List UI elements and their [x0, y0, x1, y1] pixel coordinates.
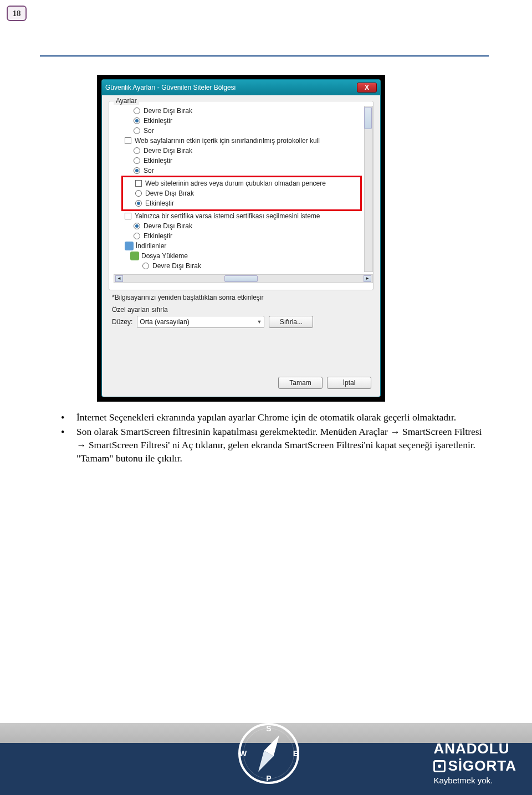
close-icon: X	[365, 84, 369, 91]
reset-label: Özel ayarları sıfırla	[112, 306, 374, 314]
radio-disable-5[interactable]: Devre Dışı Bırak	[114, 261, 363, 271]
brand-line-1: ANADOLU	[433, 740, 516, 757]
radio-disable-1[interactable]: Devre Dışı Bırak	[114, 106, 363, 116]
compass-logo: S P E W	[238, 723, 299, 784]
group-label: Ayarlar	[114, 97, 139, 105]
highlighted-setting: Web sitelerinin adres veya durum çubukla…	[121, 176, 362, 211]
bullet-icon: •	[61, 425, 76, 465]
scroll-thumb[interactable]	[364, 107, 372, 129]
security-settings-dialog: Güvenlik Ayarları - Güvenilen Siteler Bö…	[101, 79, 381, 397]
checkbox-client-cert[interactable]: Yalnızca bir sertifika varsa istemci ser…	[114, 211, 363, 221]
radio-enable-1[interactable]: Etkinleştir	[114, 116, 363, 126]
downloads-node[interactable]: İndirilenler	[114, 241, 363, 251]
downloads-icon	[125, 242, 134, 250]
hscroll-thumb[interactable]	[224, 275, 258, 282]
radio-enable-4[interactable]: Etkinleştir	[114, 231, 363, 241]
bullet-icon: •	[61, 411, 76, 424]
bullet-1: • İnternet Seçenekleri ekranında yapılan…	[61, 411, 493, 424]
compass-w: W	[239, 749, 247, 758]
radio-enable-2[interactable]: Etkinleştir	[114, 156, 363, 166]
level-row: Düzey: Orta (varsayılan) ▼ Sıfırla...	[112, 316, 374, 328]
radio-disable-3[interactable]: Devre Dışı Bırak	[123, 188, 360, 198]
paragraph-1: İnternet Seçenekleri ekranında yapılan a…	[76, 411, 456, 424]
brand-logo-icon	[433, 760, 446, 772]
dialog-title: Güvenlik Ayarları - Güvenilen Siteler Bö…	[105, 84, 236, 91]
file-upload-node[interactable]: Dosya Yükleme	[114, 251, 363, 261]
paragraph-2: Son olarak SmartScreen filtresinin kapat…	[76, 425, 493, 465]
body-text: • İnternet Seçenekleri ekranında yapılan…	[61, 411, 493, 466]
reset-button[interactable]: Sıfırla...	[269, 316, 313, 328]
screenshot-container: Güvenlik Ayarları - Güvenilen Siteler Bö…	[97, 75, 385, 402]
radio-enable-3[interactable]: Etkinleştir	[123, 198, 360, 208]
settings-tree[interactable]: Devre Dışı Bırak Etkinleştir Sor Web say…	[114, 106, 373, 273]
footer: S P E W ANADOLU SİGORTA Kaybetmek yok.	[0, 723, 532, 795]
ok-button[interactable]: Tamam	[278, 377, 323, 389]
checkbox-no-address-bar[interactable]: Web sitelerinin adres veya durum çubukla…	[123, 178, 360, 188]
restart-note: *Bilgisayarınızı yeniden başlattıktan so…	[112, 294, 374, 301]
brand: ANADOLU SİGORTA Kaybetmek yok.	[433, 740, 516, 785]
chevron-down-icon: ▼	[257, 319, 262, 325]
compass-s: P	[266, 774, 271, 783]
scroll-left-icon[interactable]: ◄	[115, 275, 123, 282]
header-rule	[40, 55, 489, 57]
upload-icon	[130, 252, 139, 260]
bullet-2: • Son olarak SmartScreen filtresinin kap…	[61, 425, 493, 465]
level-value: Orta (varsayılan)	[140, 318, 189, 326]
horizontal-scrollbar[interactable]: ◄ ►	[114, 274, 373, 283]
radio-disable-2[interactable]: Devre Dışı Bırak	[114, 146, 363, 156]
page-number: 18	[7, 6, 27, 21]
compass-e: E	[293, 749, 298, 758]
radio-disable-4[interactable]: Devre Dışı Bırak	[114, 221, 363, 231]
level-select[interactable]: Orta (varsayılan) ▼	[137, 316, 264, 328]
close-button[interactable]: X	[357, 83, 377, 93]
brand-tagline: Kaybetmek yok.	[433, 776, 516, 785]
level-label: Düzey:	[112, 318, 132, 326]
dialog-title-bar: Güvenlik Ayarları - Güvenilen Siteler Bö…	[102, 80, 380, 95]
checkbox-active-content[interactable]: Web sayfalarının etkin içerik için sınır…	[114, 136, 363, 146]
vertical-scrollbar[interactable]	[364, 106, 373, 272]
dialog-buttons: Tamam İptal	[278, 377, 371, 389]
brand-line-2: SİGORTA	[433, 757, 516, 775]
compass-n: S	[266, 724, 271, 733]
scroll-right-icon[interactable]: ►	[364, 275, 371, 282]
radio-ask-1[interactable]: Sor	[114, 126, 363, 136]
radio-ask-2[interactable]: Sor	[114, 166, 363, 176]
settings-group: Ayarlar Devre Dışı Bırak Etkinleştir Sor…	[109, 101, 374, 290]
cancel-button[interactable]: İptal	[327, 377, 371, 389]
